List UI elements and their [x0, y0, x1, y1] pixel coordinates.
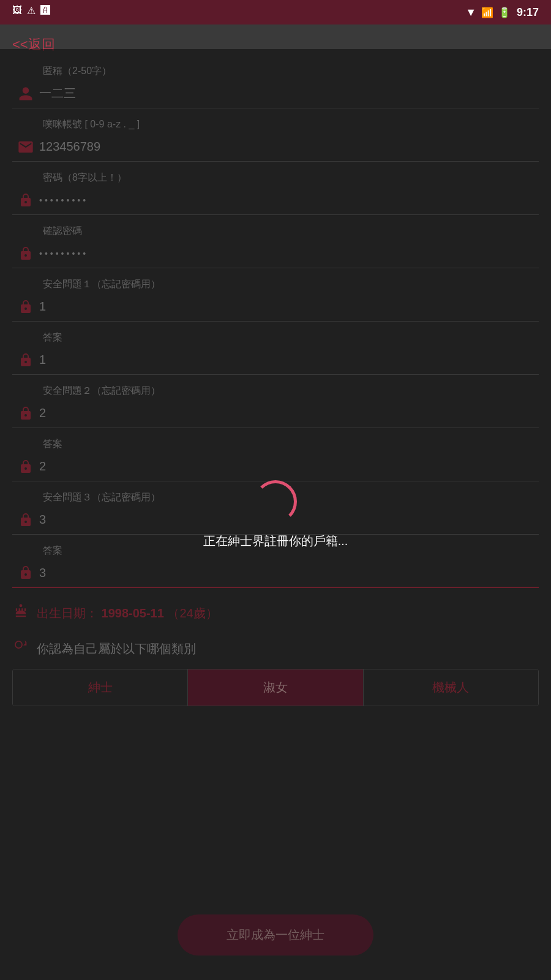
- signal-icon: 📶: [481, 7, 493, 18]
- app-icon: 🅰: [40, 5, 50, 17]
- wifi-icon: ▼: [465, 6, 476, 19]
- battery-icon: 🔋: [498, 7, 511, 18]
- gallery-icon: 🖼: [12, 5, 22, 17]
- loading-overlay: 正在紳士界註冊你的戶籍...: [0, 49, 551, 980]
- status-icons-right: ▼ 📶 🔋: [465, 6, 511, 19]
- status-bar: 🖼 ⚠ 🅰 ▼ 📶 🔋 9:17: [0, 0, 551, 24]
- loading-text: 正在紳士界註冊你的戶籍...: [203, 533, 348, 549]
- status-icons-left: 🖼 ⚠ 🅰: [12, 5, 50, 17]
- main-content: <<返回 匿稱（2-50字） 一二三 噗咪帳號 [ 0-9 a-z . _ ] …: [0, 24, 551, 980]
- loading-spinner: [254, 480, 297, 523]
- alert-icon: ⚠: [27, 5, 36, 17]
- status-time: 9:17: [517, 6, 539, 19]
